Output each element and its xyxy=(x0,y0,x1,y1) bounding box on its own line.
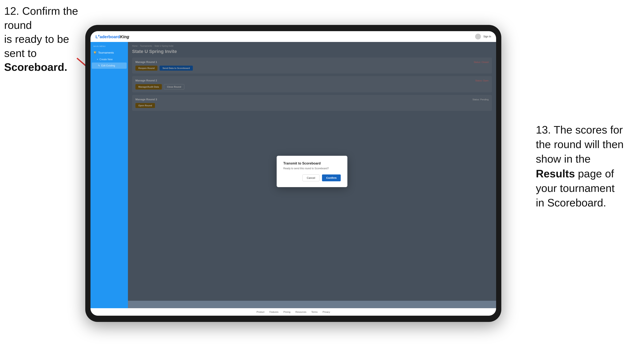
confirm-button[interactable]: Confirm xyxy=(322,174,341,181)
modal-title: Transmit to Scoreboard xyxy=(283,162,341,165)
annotation-top: 12. Confirm the round is ready to be sen… xyxy=(4,4,92,74)
annotation-right-text: 13. The scores for the round will then s… xyxy=(536,124,624,209)
sidebar-menu-label: MAIN MENU xyxy=(90,45,128,49)
avatar xyxy=(475,34,481,39)
nav-right: Sign In xyxy=(475,34,491,39)
tablet-screen: LeaderboardKing Sign In MAIN MENU 🏆 Tour… xyxy=(90,31,496,316)
top-nav: LeaderboardKing Sign In xyxy=(90,31,496,42)
footer-features[interactable]: Features xyxy=(269,311,278,313)
plus-icon: + xyxy=(97,58,98,61)
cancel-button[interactable]: Cancel xyxy=(302,174,320,181)
footer-product[interactable]: Product xyxy=(256,311,264,313)
modal-actions: Cancel Confirm xyxy=(283,174,341,181)
sidebar: MAIN MENU 🏆 Tournaments + Create New ✎ E… xyxy=(90,42,128,308)
create-new-label: Create New xyxy=(100,58,112,61)
sidebar-tournaments-label: Tournaments xyxy=(98,51,114,54)
annotation-line2: is ready to be sent to xyxy=(4,33,69,59)
footer-terms[interactable]: Terms xyxy=(312,311,318,313)
trophy-icon: 🏆 xyxy=(94,51,96,54)
annotation-line3: Scoreboard. xyxy=(4,61,67,73)
modal-subtitle: Ready to send this round to Scoreboard? xyxy=(283,167,341,170)
footer-pricing[interactable]: Pricing xyxy=(284,311,290,313)
edit-icon: ✎ xyxy=(98,64,100,67)
page-footer: Product Features Pricing Resources Terms… xyxy=(90,308,496,316)
transmit-modal: Transmit to Scoreboard Ready to send thi… xyxy=(277,156,348,187)
logo: LeaderboardKing xyxy=(96,34,129,39)
page-content: Home › Tournaments › State U Spring Invi… xyxy=(128,42,496,308)
sidebar-item-tournaments[interactable]: 🏆 Tournaments xyxy=(90,49,128,56)
sidebar-item-create-new[interactable]: + Create New xyxy=(90,56,128,62)
sidebar-item-edit-existing[interactable]: ✎ Edit Existing xyxy=(92,62,127,69)
logo-area: LeaderboardKing xyxy=(96,34,129,39)
edit-existing-label: Edit Existing xyxy=(101,64,115,67)
footer-privacy[interactable]: Privacy xyxy=(322,311,330,313)
main-content: MAIN MENU 🏆 Tournaments + Create New ✎ E… xyxy=(90,42,496,308)
modal-overlay: Transmit to Scoreboard Ready to send thi… xyxy=(128,42,496,301)
tablet-frame: LeaderboardKing Sign In MAIN MENU 🏆 Tour… xyxy=(85,25,501,322)
footer-resources[interactable]: Resources xyxy=(295,311,306,313)
signin-button[interactable]: Sign In xyxy=(484,35,491,38)
annotation-right: 13. The scores for the round will then s… xyxy=(536,123,640,210)
annotation-line1: 12. Confirm the round xyxy=(4,5,78,31)
